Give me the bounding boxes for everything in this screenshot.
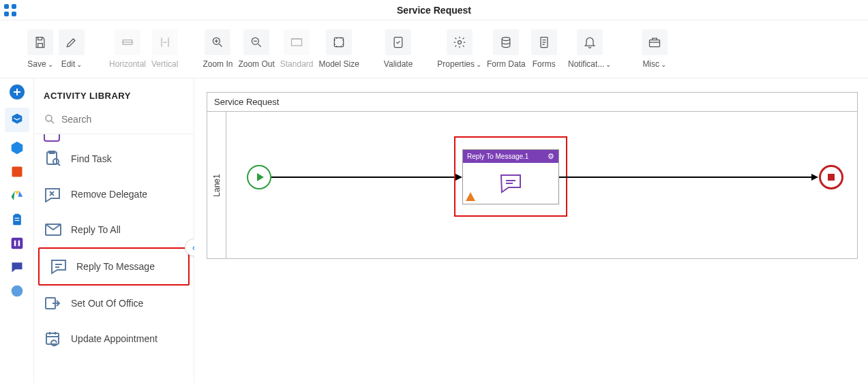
activity-library-panel: ACTIVITY LIBRARY Find Task Remove Delega… bbox=[34, 78, 194, 383]
svg-rect-1 bbox=[12, 4, 16, 9]
activity-label: Find Task bbox=[71, 153, 112, 164]
form-data-button[interactable]: Form Data bbox=[487, 29, 526, 69]
svg-rect-17 bbox=[14, 214, 19, 216]
validate-label: Validate bbox=[384, 59, 413, 69]
svg-rect-19 bbox=[14, 220, 19, 221]
reply-to-all-icon bbox=[44, 221, 63, 238]
chevron-down-icon: ⌄ bbox=[476, 61, 481, 68]
model-size-label: Model Size bbox=[318, 59, 359, 69]
misc-button[interactable]: Misc⌄ bbox=[642, 29, 668, 69]
lane-row: Lane1 Reply To Message.1 ⚙ bbox=[207, 112, 857, 258]
svg-rect-0 bbox=[4, 4, 9, 9]
main-area: ACTIVITY LIBRARY Find Task Remove Delega… bbox=[0, 78, 868, 383]
svg-rect-21 bbox=[14, 241, 15, 246]
header-bar: Service Request bbox=[0, 0, 868, 20]
app-logo-icon[interactable] bbox=[0, 3, 20, 17]
page-title: Service Request bbox=[397, 5, 471, 16]
validate-button[interactable]: Validate bbox=[384, 29, 413, 69]
properties-label: Properties bbox=[437, 59, 475, 69]
hexagon-icon[interactable] bbox=[9, 140, 25, 156]
find-task-icon bbox=[44, 151, 63, 167]
vertical-button: Vertical bbox=[151, 29, 178, 69]
lane-body[interactable]: Reply To Message.1 ⚙ bbox=[226, 112, 857, 258]
zoom-out-label: Zoom Out bbox=[238, 59, 274, 69]
horizontal-button: Horizontal bbox=[109, 29, 146, 69]
activity-item-remove-delegate[interactable]: Remove Delegate bbox=[34, 177, 194, 212]
pause-icon[interactable] bbox=[9, 235, 25, 251]
svg-rect-20 bbox=[11, 238, 23, 249]
activity-list: Find Task Remove Delegate Reply To All R… bbox=[34, 137, 194, 383]
svg-rect-2 bbox=[4, 12, 9, 16]
svg-rect-7 bbox=[292, 39, 302, 46]
svg-point-23 bbox=[11, 286, 23, 297]
left-rail bbox=[0, 78, 34, 383]
edit-label: Edit bbox=[61, 59, 76, 69]
forms-label: Forms bbox=[533, 59, 556, 69]
warning-icon bbox=[466, 192, 475, 201]
start-node[interactable] bbox=[247, 165, 271, 189]
chevron-down-icon: ⌄ bbox=[661, 61, 666, 68]
properties-button[interactable]: Properties⌄ bbox=[437, 29, 481, 69]
sidebar-title: ACTIVITY LIBRARY bbox=[34, 78, 194, 109]
svg-rect-18 bbox=[14, 218, 19, 219]
vertical-label: Vertical bbox=[151, 59, 178, 69]
forms-button[interactable]: Forms bbox=[531, 29, 557, 69]
gear-icon[interactable]: ⚙ bbox=[548, 152, 554, 161]
office-icon[interactable] bbox=[9, 164, 25, 180]
exchange-icon[interactable] bbox=[5, 108, 29, 132]
search-row bbox=[34, 109, 194, 134]
misc-label: Misc bbox=[642, 59, 659, 69]
search-input[interactable] bbox=[61, 114, 184, 125]
horizontal-label: Horizontal bbox=[109, 59, 146, 69]
add-icon[interactable] bbox=[9, 84, 25, 100]
chat-icon[interactable] bbox=[9, 259, 25, 275]
end-node[interactable] bbox=[819, 165, 843, 189]
activity-item-find-task[interactable]: Find Task bbox=[34, 141, 194, 177]
edit-button[interactable]: Edit⌄ bbox=[59, 29, 85, 69]
message-icon bbox=[499, 173, 522, 194]
zoom-out-button[interactable]: Zoom Out bbox=[238, 29, 274, 69]
svg-rect-3 bbox=[12, 12, 16, 16]
activity-item-reply-to-message[interactable]: Reply To Message bbox=[38, 247, 190, 286]
svg-rect-22 bbox=[18, 241, 20, 246]
svg-rect-13 bbox=[649, 40, 659, 47]
reply-to-message-icon bbox=[49, 258, 68, 275]
task-title: Reply To Message.1 bbox=[467, 153, 528, 160]
update-appointment-icon bbox=[44, 331, 63, 347]
selection-box: Reply To Message.1 ⚙ bbox=[454, 136, 567, 217]
drive-icon[interactable] bbox=[9, 187, 25, 204]
activity-item-set-out-of-office[interactable]: Set Out Of Office bbox=[34, 286, 194, 321]
svg-point-11 bbox=[503, 37, 511, 41]
standard-button: Standard bbox=[280, 29, 314, 69]
toolbar: Save⌄ Edit⌄ Horizontal Vertical Zoom In … bbox=[0, 20, 868, 78]
process-container: Service Request Lane1 Reply To Message.1… bbox=[207, 92, 858, 259]
save-button[interactable]: Save⌄ bbox=[27, 29, 53, 69]
activity-item-update-appointment[interactable]: Update Appointment bbox=[34, 321, 194, 356]
activity-item-reply-to-all[interactable]: Reply To All bbox=[34, 212, 194, 247]
process-title[interactable]: Service Request bbox=[207, 93, 857, 112]
model-size-button[interactable]: Model Size bbox=[318, 29, 359, 69]
svg-rect-8 bbox=[334, 37, 343, 46]
arrow-head-icon bbox=[811, 174, 818, 181]
form-data-label: Form Data bbox=[487, 59, 526, 69]
activity-label: Update Appointment bbox=[71, 333, 158, 344]
zoom-in-button[interactable]: Zoom In bbox=[203, 29, 233, 69]
circle-icon[interactable] bbox=[9, 283, 25, 299]
flow-arrow[interactable] bbox=[271, 177, 457, 178]
activity-label: Reply To All bbox=[71, 224, 121, 235]
chevron-down-icon: ⌄ bbox=[605, 61, 611, 68]
task-node-reply-to-message[interactable]: Reply To Message.1 ⚙ bbox=[462, 149, 559, 204]
zoom-in-label: Zoom In bbox=[203, 59, 233, 69]
chevron-down-icon: ⌄ bbox=[76, 61, 82, 68]
svg-point-24 bbox=[46, 115, 52, 121]
canvas-area[interactable]: Service Request Lane1 Reply To Message.1… bbox=[194, 78, 868, 383]
task-header: Reply To Message.1 ⚙ bbox=[463, 150, 558, 163]
svg-rect-15 bbox=[12, 167, 22, 177]
flow-arrow[interactable] bbox=[559, 177, 813, 178]
standard-label: Standard bbox=[280, 59, 314, 69]
task-body bbox=[463, 163, 558, 204]
clipboard-icon[interactable] bbox=[9, 211, 25, 228]
notifications-button[interactable]: Notificat...⌄ bbox=[563, 29, 617, 69]
set-out-of-office-icon bbox=[44, 295, 63, 311]
lane-label[interactable]: Lane1 bbox=[207, 112, 226, 258]
